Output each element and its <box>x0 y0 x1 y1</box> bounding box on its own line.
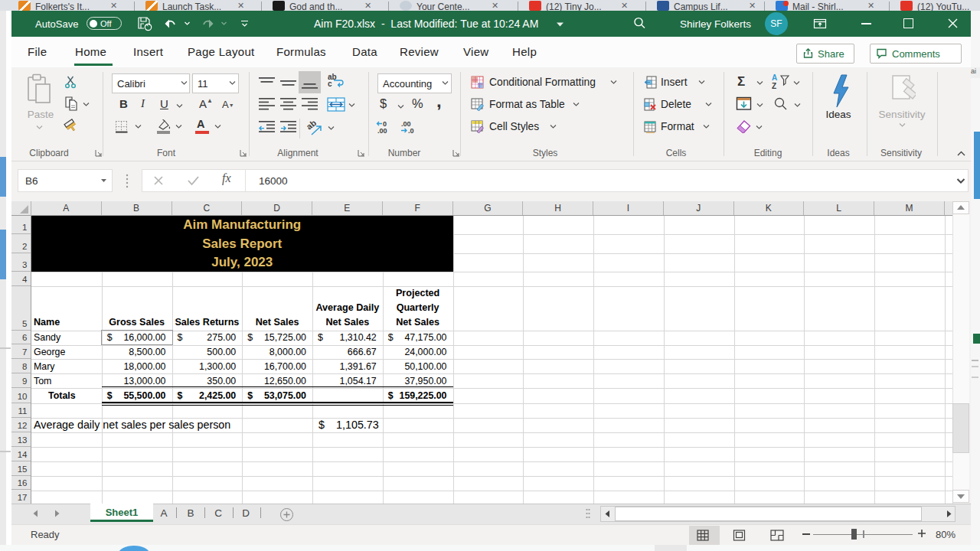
svg-text:.00: .00 <box>377 127 387 135</box>
svg-text:A: A <box>772 73 777 82</box>
svg-text:.0: .0 <box>408 127 414 135</box>
svg-text:Z: Z <box>772 82 776 90</box>
